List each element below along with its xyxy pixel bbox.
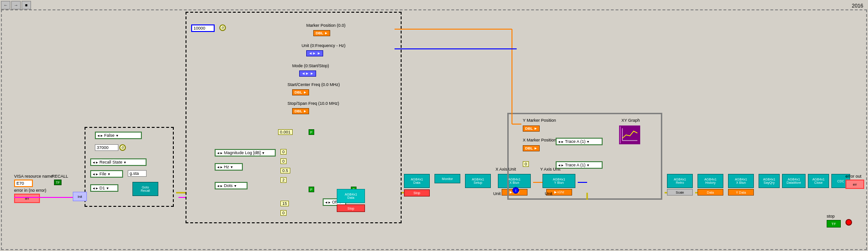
initialize-block: Init xyxy=(73,192,87,201)
start-freq-label: Start/Center Freq (0.0 MHz) xyxy=(287,82,340,87)
close-block: AGB4x1 Close xyxy=(808,174,829,188)
info-button[interactable]: I xyxy=(512,187,519,194)
sayqry-block: AGB4x1 SayQry xyxy=(759,174,780,188)
stop-circle[interactable] xyxy=(845,219,852,226)
y-marker-dbl: DBL ► xyxy=(523,126,540,132)
f-block-2: F xyxy=(309,187,314,192)
stop-button[interactable]: ■ xyxy=(22,1,31,9)
sweep-stop-block: Stop xyxy=(337,204,365,212)
magnitude-log-dropdown[interactable]: ◄► Magnitude Log [dB] ▼ xyxy=(215,149,276,157)
false-dropdown[interactable]: ◄► False ▼ xyxy=(95,132,142,139)
setup-block: AGB4x1 Setup xyxy=(465,174,491,188)
sweep-stop-label: Stop xyxy=(404,189,430,196)
recall-label: RECALL xyxy=(52,174,68,179)
x-blun-right-block: AGB4x1 X Blun xyxy=(728,174,754,188)
f-block-1: F xyxy=(309,129,314,135)
stop-freq-dbl-terminal: DBL ► xyxy=(292,108,309,114)
d1-dropdown[interactable]: ◄► D1 ▼ xyxy=(90,184,118,192)
const-0b: 0 xyxy=(280,158,287,164)
trace-a1-dropdown-1[interactable]: ◄► Trace A (1) ▼ xyxy=(556,138,603,145)
scale-label: Scale xyxy=(667,189,693,196)
toolbar: ← → ■ xyxy=(1,1,31,9)
block-diagram-canvas: ← → ■ 2016 VISA resource name E70 RECALL… xyxy=(0,0,868,251)
mode-label: Mode (0:Start/Stop) xyxy=(292,63,329,68)
error-in-label: error in (no error) xyxy=(14,188,46,193)
const-05: 0.5 xyxy=(280,168,290,173)
year-label: 2016 xyxy=(852,3,863,8)
datamore-block: AGB4x1 DataMore xyxy=(782,174,806,188)
svg-rect-22 xyxy=(620,126,639,143)
dots-dropdown[interactable]: ◄► Dots ▼ xyxy=(215,182,248,189)
unit-label: Unit (0:Frequency - Hz) xyxy=(302,43,346,48)
y-data-label: Y Data xyxy=(728,189,754,196)
retro-block: AGB4x1 Retro xyxy=(667,174,693,188)
error-in-cluster: err xyxy=(14,194,40,203)
clock-icon-center: ⏱ xyxy=(219,24,226,31)
hz-dropdown[interactable]: ◄► Hz ▼ xyxy=(215,163,243,171)
monitor-block: Monitor xyxy=(434,174,460,183)
history-block: AGB4x1 History xyxy=(698,174,723,188)
const-0-right: 0 xyxy=(523,161,529,167)
x-marker-position-label: X Marker Position xyxy=(523,138,556,142)
const-0c: 0 xyxy=(280,210,287,216)
stop-label: stop xyxy=(827,214,835,219)
marker-position-label: Marker Position (0.0) xyxy=(306,23,346,28)
back-button[interactable]: ← xyxy=(1,1,10,9)
visa-resource-label: VISA resource name xyxy=(14,174,53,179)
file-dropdown[interactable]: ◄► File ▼ xyxy=(90,170,123,178)
trace-a1-dropdown-2[interactable]: ◄► Trace A (1) ▼ xyxy=(556,161,603,169)
value-10000-box[interactable]: 10000 xyxy=(191,24,215,32)
left-container-box: ◄► False ▼ 37000 ⏱ ◄► Recall State ▼ ◄► … xyxy=(85,127,174,207)
unit-enum-terminal: ◄► ► xyxy=(306,50,323,56)
error-out-cluster: err xyxy=(845,180,864,189)
agb4x1-sweep-block: AGB4x1 Data xyxy=(337,189,365,203)
sweep-instrument-block: AGB4x1 Data xyxy=(404,174,430,188)
xy-graph-display[interactable] xyxy=(619,126,640,144)
forward-button[interactable]: → xyxy=(11,1,21,9)
error-out-label: error out xyxy=(845,174,861,179)
mode-enum-terminal: ◄► ► xyxy=(299,71,316,77)
marker-dbl-terminal: DBL ► xyxy=(313,30,330,36)
stop-freq-label: Stop/Span Freq (10.0 MHz) xyxy=(287,101,339,106)
right-container-box: Y Marker Position DBL ► XY Graph X Marke… xyxy=(507,113,662,200)
value-37000-box[interactable]: 37000 xyxy=(95,144,118,151)
history-data-label: Data xyxy=(698,189,723,196)
recall-tf-block: TF xyxy=(54,180,62,185)
start-freq-dbl-terminal: DBL ► xyxy=(292,89,309,95)
y-marker-position-label: Y Marker Position xyxy=(523,118,556,123)
x-marker-dbl: DBL ► xyxy=(523,145,540,151)
visa-value-box[interactable]: E70 xyxy=(14,180,33,187)
recall-state-dropdown[interactable]: ◄► Recall State ▼ xyxy=(90,158,147,166)
gsta-block: g.sta xyxy=(128,170,147,177)
const-0a: 0 xyxy=(280,149,287,155)
const-15: 15 xyxy=(280,201,289,206)
const-0001: 0.001 xyxy=(278,129,293,135)
xy-graph-label: XY Graph xyxy=(621,118,640,123)
const-2: 2 xyxy=(280,177,287,183)
stop-tf-block[interactable]: TF xyxy=(827,220,841,227)
goto-recall-block: Goto Recall xyxy=(132,182,158,196)
clock-icon-left: ⏱ xyxy=(119,144,126,151)
center-container-box: 10000 ⏱ Marker Position (0.0) DBL ► Unit… xyxy=(186,12,402,223)
unit-label-detected-1: Unit xyxy=(493,191,501,196)
